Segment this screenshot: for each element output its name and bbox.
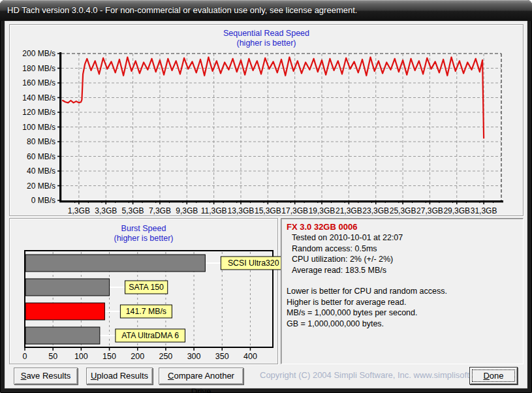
burst-speed-plot: SCSI Ultra320SATA 150141.7 MB/sATA Ultra… (14, 246, 275, 362)
burst-speed-panel: Burst Speed (higher is better) SCSI Ultr… (9, 218, 278, 364)
svg-text:27,3GB: 27,3GB (416, 206, 443, 215)
svg-text:15,3GB: 15,3GB (255, 206, 281, 215)
svg-text:17,3GB: 17,3GB (281, 206, 308, 215)
average-read-line: Average read: 183.5 MB/s (292, 265, 518, 276)
svg-text:250: 250 (159, 352, 172, 361)
drive-name: FX 3.0 32GB 0006 (287, 222, 518, 232)
done-button-label: Done (483, 371, 503, 381)
svg-text:100: 100 (74, 352, 88, 361)
upload-results-button[interactable]: Upload Results (86, 368, 153, 385)
sequential-read-plot: 0 MB/s20 MB/s40 MB/s60 MB/s80 MB/s100 MB… (12, 46, 521, 214)
svg-text:3,3GB: 3,3GB (95, 206, 117, 215)
svg-text:SCSI Ultra320: SCSI Ultra320 (228, 259, 279, 268)
tested-on-line: Tested on 2010-10-01 at 22:07 (292, 232, 518, 244)
note-gb-definition: GB = 1,000,000,000 bytes. (287, 319, 518, 330)
title-bar[interactable]: HD Tach version 3.0.4.0 - For non-commer… (0, 0, 532, 21)
note-higher-better: Higher is better for average read. (287, 297, 518, 308)
svg-text:60 MB/s: 60 MB/s (27, 152, 55, 161)
svg-text:25,3GB: 25,3GB (390, 206, 416, 215)
done-button[interactable]: Done (469, 367, 518, 385)
svg-text:120 MB/s: 120 MB/s (22, 108, 55, 117)
svg-text:141.7 MB/s: 141.7 MB/s (126, 307, 166, 316)
compare-another-drive-button[interactable]: Compare Another Drive (159, 368, 243, 385)
note-lower-better: Lower is better for CPU and random acces… (287, 286, 518, 297)
svg-text:80 MB/s: 80 MB/s (27, 137, 55, 146)
svg-text:50: 50 (48, 352, 57, 361)
note-mbs-definition: MB/s = 1,000,000 bytes per second. (287, 307, 518, 319)
svg-text:300: 300 (187, 352, 201, 361)
random-access-line: Random access: 0.5ms (292, 244, 518, 255)
svg-text:350: 350 (215, 352, 229, 361)
svg-text:11,3GB: 11,3GB (201, 206, 227, 215)
burst-speed-subtitle: (higher is better) (10, 234, 277, 244)
svg-text:13,3GB: 13,3GB (228, 206, 255, 215)
svg-text:160 MB/s: 160 MB/s (22, 78, 55, 87)
svg-text:5,3GB: 5,3GB (122, 206, 144, 215)
burst-speed-title: Burst Speed (10, 224, 277, 234)
svg-text:31,3GB: 31,3GB (471, 206, 497, 215)
svg-text:140 MB/s: 140 MB/s (22, 93, 55, 102)
svg-text:400: 400 (243, 352, 257, 361)
svg-text:100 MB/s: 100 MB/s (22, 123, 55, 132)
sequential-read-title: Sequential Read Speed (10, 29, 523, 39)
info-spacer (287, 275, 518, 286)
hd-tach-window: HD Tach version 3.0.4.0 - For non-commer… (0, 0, 532, 393)
svg-text:SATA 150: SATA 150 (129, 283, 164, 292)
save-results-button[interactable]: Save Results (14, 368, 78, 385)
svg-text:0 MB/s: 0 MB/s (31, 196, 55, 205)
svg-text:20 MB/s: 20 MB/s (27, 181, 55, 191)
drive-info-panel: FX 3.0 32GB 0006 Tested on 2010-10-01 at… (281, 218, 524, 364)
client-area: Sequential Read Speed (higher is better)… (5, 21, 527, 388)
svg-text:29,3GB: 29,3GB (443, 206, 470, 215)
svg-text:1,3GB: 1,3GB (68, 206, 90, 215)
svg-text:23,3GB: 23,3GB (362, 206, 389, 215)
svg-text:7,3GB: 7,3GB (149, 206, 171, 215)
svg-text:9,3GB: 9,3GB (176, 206, 198, 215)
svg-text:150: 150 (102, 352, 116, 361)
svg-text:19,3GB: 19,3GB (309, 206, 336, 215)
sequential-read-panel: Sequential Read Speed (higher is better)… (9, 24, 524, 216)
svg-text:ATA UltraDMA 6: ATA UltraDMA 6 (121, 331, 179, 340)
svg-text:200 MB/s: 200 MB/s (22, 49, 55, 58)
svg-text:200: 200 (131, 352, 144, 361)
window-title: HD Tach version 3.0.4.0 - For non-commer… (7, 5, 357, 15)
svg-text:21,3GB: 21,3GB (336, 206, 362, 215)
svg-text:180 MB/s: 180 MB/s (22, 64, 55, 73)
cpu-utilization-line: CPU utilization: 2% (+/- 2%) (292, 254, 518, 265)
svg-text:40 MB/s: 40 MB/s (27, 166, 55, 176)
svg-text:0: 0 (23, 352, 27, 361)
